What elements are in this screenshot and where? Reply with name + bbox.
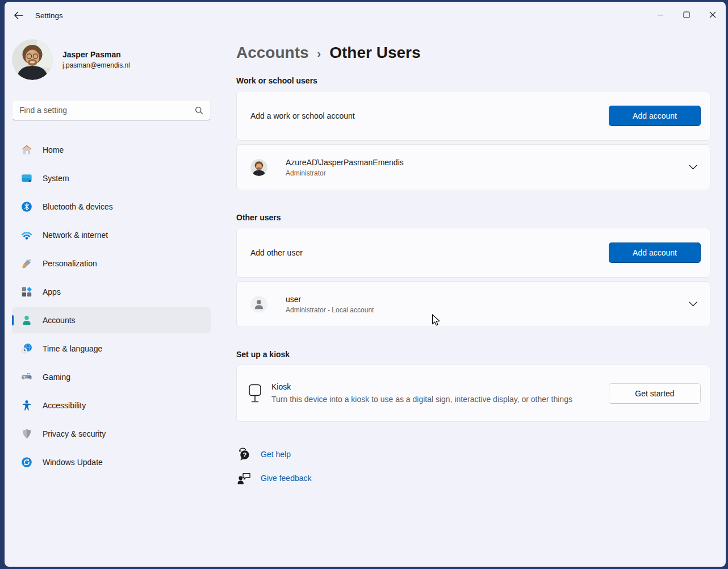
network-icon [21, 229, 32, 241]
local-user-role: Administrator - Local account [286, 306, 374, 314]
sidebar-item-label: Privacy & security [43, 429, 106, 438]
sidebar-item-label: Gaming [43, 373, 70, 382]
sidebar-item-label: Personalization [43, 259, 97, 268]
sidebar-item-label: Bluetooth & devices [43, 202, 113, 211]
sidebar-item-accounts[interactable]: Accounts [12, 307, 211, 333]
home-icon [21, 144, 32, 156]
system-icon [21, 173, 32, 184]
sidebar-item-home[interactable]: Home [12, 137, 211, 163]
apps-icon [21, 286, 32, 298]
bluetooth-icon [21, 201, 32, 212]
sidebar-item-system[interactable]: System [12, 165, 211, 191]
add-other-user-card: Add other user Add account [236, 228, 710, 278]
window-title: Settings [35, 11, 63, 20]
kiosk-description: Turn this device into a kiosk to use as … [271, 394, 609, 405]
search-input[interactable] [19, 106, 195, 115]
add-other-user-account-button[interactable]: Add account [609, 242, 701, 263]
sidebar-item-gaming[interactable]: Gaming [12, 364, 211, 390]
kiosk-icon [248, 383, 262, 404]
profile-block[interactable]: Jasper Pasman j.pasman@emendis.nl [12, 39, 215, 80]
work-school-heading: Work or school users [236, 76, 710, 85]
chevron-down-icon [689, 165, 697, 170]
settings-window: Settings [5, 2, 726, 567]
kiosk-get-started-button[interactable]: Get started [609, 383, 701, 404]
maximize-icon [683, 11, 690, 18]
other-users-heading: Other users [236, 213, 710, 222]
kiosk-card: Kiosk Turn this device into a kiosk to u… [236, 365, 710, 422]
local-user-account-row[interactable]: user Administrator - Local account [236, 281, 710, 327]
sidebar-item-label: Windows Update [43, 458, 103, 467]
profile-name: Jasper Pasman [62, 50, 130, 59]
time-language-icon [21, 343, 32, 354]
get-help-icon: ? [236, 447, 251, 461]
sidebar-item-label: Accounts [43, 316, 76, 325]
add-other-user-label: Add other user [250, 248, 303, 257]
accessibility-icon [21, 400, 32, 411]
sidebar-item-label: Time & language [43, 344, 102, 353]
privacy-icon [21, 428, 32, 440]
accounts-icon [21, 315, 32, 326]
windows-update-icon [21, 457, 32, 468]
add-work-school-label: Add a work or school account [250, 111, 355, 120]
sidebar-item-label: Network & internet [43, 231, 108, 240]
personalization-icon [21, 258, 32, 269]
breadcrumb-separator-icon: › [317, 47, 321, 60]
azuread-account-row[interactable]: AzureAD\JasperPasmanEmendis Administrato… [236, 144, 710, 190]
azuread-expand-button[interactable] [689, 165, 697, 170]
sidebar-item-privacy[interactable]: Privacy & security [12, 421, 211, 447]
azuread-account-name: AzureAD\JasperPasmanEmendis [286, 158, 404, 167]
give-feedback-link[interactable]: Give feedback [261, 474, 312, 483]
maximize-button[interactable] [673, 2, 700, 28]
close-button[interactable] [700, 2, 726, 28]
give-feedback-icon [236, 471, 251, 485]
back-arrow-icon [14, 11, 23, 19]
sidebar-item-windows-update[interactable]: Windows Update [12, 449, 211, 475]
desktop-background: { "window": { "title": "Settings" }, "co… [0, 0, 728, 569]
azuread-account-avatar [250, 159, 267, 176]
search-icon [195, 106, 203, 115]
profile-email: j.pasman@emendis.nl [62, 61, 130, 69]
svg-text:?: ? [242, 451, 246, 458]
sidebar-item-personalization[interactable]: Personalization [12, 250, 211, 277]
add-work-school-card: Add a work or school account Add account [236, 91, 710, 141]
sidebar-item-time-language[interactable]: Time & language [12, 336, 211, 362]
kiosk-heading: Set up a kiosk [236, 350, 710, 359]
breadcrumb-accounts[interactable]: Accounts [236, 44, 309, 62]
kiosk-title: Kiosk [271, 382, 609, 391]
page-title: Other Users [329, 44, 420, 62]
back-button[interactable] [9, 6, 27, 24]
close-icon [709, 11, 716, 18]
sidebar-item-accessibility[interactable]: Accessibility [12, 392, 211, 419]
user-avatar [12, 39, 53, 80]
local-user-expand-button[interactable] [689, 302, 697, 307]
sidebar: Jasper Pasman j.pasman@emendis.nl Home [5, 29, 215, 567]
local-user-avatar [250, 296, 267, 313]
sidebar-item-apps[interactable]: Apps [12, 279, 211, 305]
sidebar-item-label: System [43, 174, 69, 183]
minimize-button[interactable] [647, 2, 673, 28]
sidebar-nav: Home System Bluetooth & devices [12, 137, 211, 475]
sidebar-item-label: Home [43, 145, 64, 154]
main-content: Accounts › Other Users Work or school us… [215, 29, 726, 567]
search-box[interactable] [12, 100, 211, 120]
caption-buttons [647, 2, 726, 29]
footer-links: ? Get help Give feedback [236, 447, 710, 485]
chevron-down-icon [689, 302, 697, 307]
gaming-icon [21, 371, 32, 383]
sidebar-item-network[interactable]: Network & internet [12, 222, 211, 248]
breadcrumb: Accounts › Other Users [236, 44, 710, 62]
sidebar-item-label: Accessibility [43, 401, 86, 410]
sidebar-item-bluetooth[interactable]: Bluetooth & devices [12, 194, 211, 220]
get-help-link[interactable]: Get help [261, 450, 291, 459]
azuread-account-role: Administrator [286, 169, 404, 177]
titlebar: Settings [5, 2, 726, 29]
sidebar-item-label: Apps [43, 287, 61, 296]
add-work-school-account-button[interactable]: Add account [609, 106, 701, 126]
minimize-icon [657, 11, 664, 18]
local-user-name: user [286, 295, 374, 304]
